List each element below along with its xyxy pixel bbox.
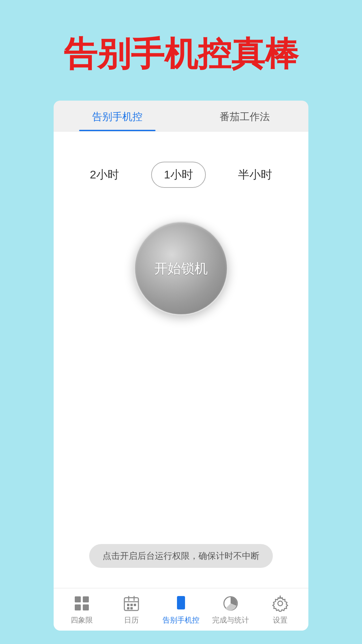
svg-point-17 <box>278 601 283 606</box>
nav-label-phone-free: 告别手机控 <box>163 615 199 625</box>
time-option-2h[interactable]: 2小时 <box>78 162 131 187</box>
nav-item-stats[interactable]: 完成与统计 <box>206 595 255 625</box>
svg-point-15 <box>180 608 182 609</box>
nav-label-quadrants: 四象限 <box>71 615 93 625</box>
nav-item-settings[interactable]: 设置 <box>255 595 305 625</box>
hint-text[interactable]: 点击开启后台运行权限，确保计时不中断 <box>89 544 273 568</box>
time-options: 2小时 1小时 半小时 <box>78 162 284 188</box>
svg-rect-2 <box>75 604 81 610</box>
lock-button-label: 开始锁机 <box>154 259 208 278</box>
lock-button[interactable]: 开始锁机 <box>134 221 228 315</box>
nav-item-calendar[interactable]: 日历 <box>107 595 156 625</box>
nav-item-phone-free[interactable]: 告别手机控 <box>156 595 206 625</box>
nav-label-settings: 设置 <box>273 615 288 625</box>
hero-title: 告别手机控真棒 <box>50 34 312 74</box>
svg-rect-11 <box>127 607 129 609</box>
tab-pomodoro[interactable]: 番茄工作法 <box>181 101 308 131</box>
gear-icon <box>272 595 289 612</box>
svg-rect-1 <box>83 596 89 602</box>
lock-button-wrapper: 开始锁机 <box>134 221 228 315</box>
nav-label-calendar: 日历 <box>124 615 139 625</box>
nav-label-stats: 完成与统计 <box>212 615 249 625</box>
main-content: 2小时 1小时 半小时 开始锁机 点击开启后台运行权限，确保计时不中断 <box>54 131 308 588</box>
nav-item-quadrants[interactable]: 四象限 <box>57 595 107 625</box>
time-option-half[interactable]: 半小时 <box>226 162 284 187</box>
svg-rect-14 <box>178 598 184 607</box>
chart-icon <box>222 595 239 612</box>
phone-icon <box>173 595 189 612</box>
svg-rect-3 <box>83 604 89 610</box>
svg-rect-8 <box>127 604 129 606</box>
svg-rect-0 <box>75 596 81 602</box>
app-container: 告别手机控 番茄工作法 2小时 1小时 半小时 开始锁机 <box>54 101 308 631</box>
tab-phone-control[interactable]: 告别手机控 <box>54 101 181 131</box>
svg-rect-12 <box>130 607 133 609</box>
time-option-1h[interactable]: 1小时 <box>151 162 206 188</box>
svg-rect-10 <box>134 604 136 606</box>
tab-bar: 告别手机控 番茄工作法 <box>54 101 308 131</box>
bottom-nav: 四象限 日历 <box>54 588 308 631</box>
grid-icon <box>73 595 90 612</box>
svg-rect-9 <box>130 604 133 606</box>
calendar-icon <box>123 595 140 612</box>
